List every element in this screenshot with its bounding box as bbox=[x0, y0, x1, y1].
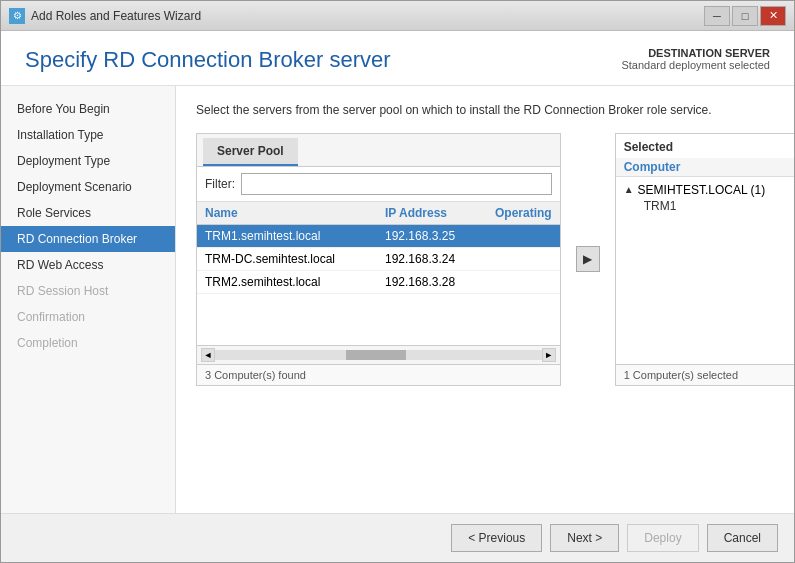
app-icon: ⚙ bbox=[9, 8, 25, 24]
destination-server-info: DESTINATION SERVER Standard deployment s… bbox=[621, 47, 770, 71]
filter-row: Filter: bbox=[197, 167, 560, 202]
maximize-button[interactable]: □ bbox=[732, 6, 758, 26]
tree-parent: ▲ SEMIHTEST.LOCAL (1) bbox=[624, 181, 794, 199]
title-bar-left: ⚙ Add Roles and Features Wizard bbox=[9, 8, 201, 24]
wizard-footer: < Previous Next > Deploy Cancel bbox=[1, 513, 794, 562]
row-os bbox=[495, 229, 552, 243]
table-row[interactable]: TRM2.semihtest.local 192.168.3.28 bbox=[197, 271, 560, 294]
panel-tab-bar: Server Pool bbox=[197, 134, 560, 167]
sidebar-item-before-you-begin[interactable]: Before You Begin bbox=[1, 96, 175, 122]
server-pool-panel: Server Pool Filter: Name IP Address Oper… bbox=[196, 133, 561, 386]
sidebar-item-rd-connection-broker[interactable]: RD Connection Broker bbox=[1, 226, 175, 252]
close-button[interactable]: ✕ bbox=[760, 6, 786, 26]
row-name: TRM-DC.semihtest.local bbox=[205, 252, 385, 266]
scroll-thumb bbox=[346, 350, 406, 360]
col-name: Name bbox=[205, 206, 385, 220]
content-area: Specify RD Connection Broker server DEST… bbox=[1, 31, 794, 513]
scroll-right-btn[interactable]: ► bbox=[542, 348, 556, 362]
selected-title: Selected bbox=[616, 134, 794, 158]
filter-label: Filter: bbox=[205, 177, 235, 191]
row-os bbox=[495, 275, 552, 289]
scroll-track[interactable] bbox=[215, 350, 542, 360]
filter-input[interactable] bbox=[241, 173, 552, 195]
table-row[interactable]: TRM-DC.semihtest.local 192.168.3.24 bbox=[197, 248, 560, 271]
sidebar-item-installation-type[interactable]: Installation Type bbox=[1, 122, 175, 148]
selected-panel: Selected Computer ▲ SEMIHTEST.LOCAL (1) … bbox=[615, 133, 794, 386]
sidebar-item-deployment-scenario[interactable]: Deployment Scenario bbox=[1, 174, 175, 200]
tree-child-item: TRM1 bbox=[624, 199, 794, 213]
server-pool-tab[interactable]: Server Pool bbox=[203, 138, 298, 166]
wizard-window: ⚙ Add Roles and Features Wizard ─ □ ✕ Sp… bbox=[0, 0, 795, 563]
table-body: TRM1.semihtest.local 192.168.3.25 TRM-DC… bbox=[197, 225, 560, 345]
title-bar-controls: ─ □ ✕ bbox=[704, 6, 786, 26]
col-os: Operating bbox=[495, 206, 552, 220]
page-title: Specify RD Connection Broker server bbox=[25, 47, 391, 73]
move-right-button[interactable]: ▶ bbox=[576, 246, 600, 272]
dest-server-label: DESTINATION SERVER bbox=[621, 47, 770, 59]
wizard-header: Specify RD Connection Broker server DEST… bbox=[1, 31, 794, 86]
row-os bbox=[495, 252, 552, 266]
tree-parent-label: SEMIHTEST.LOCAL (1) bbox=[638, 183, 766, 197]
row-ip: 192.168.3.24 bbox=[385, 252, 495, 266]
row-name: TRM2.semihtest.local bbox=[205, 275, 385, 289]
previous-button[interactable]: < Previous bbox=[451, 524, 542, 552]
scroll-left-btn[interactable]: ◄ bbox=[201, 348, 215, 362]
main-content: Select the servers from the server pool … bbox=[176, 86, 794, 513]
sidebar-item-rd-session-host: RD Session Host bbox=[1, 278, 175, 304]
scrollbar-area: ◄ ► bbox=[197, 345, 560, 364]
selected-column-header: Computer bbox=[616, 158, 794, 177]
col-ip: IP Address bbox=[385, 206, 495, 220]
description-text: Select the servers from the server pool … bbox=[196, 102, 774, 119]
tree-expand-icon[interactable]: ▲ bbox=[624, 184, 634, 195]
next-button[interactable]: Next > bbox=[550, 524, 619, 552]
sidebar-item-role-services[interactable]: Role Services bbox=[1, 200, 175, 226]
dest-server-value: Standard deployment selected bbox=[621, 59, 770, 71]
row-ip: 192.168.3.28 bbox=[385, 275, 495, 289]
panels-row: Server Pool Filter: Name IP Address Oper… bbox=[196, 133, 774, 386]
table-header: Name IP Address Operating bbox=[197, 202, 560, 225]
sidebar-item-rd-web-access[interactable]: RD Web Access bbox=[1, 252, 175, 278]
window-title: Add Roles and Features Wizard bbox=[31, 9, 201, 23]
row-ip: 192.168.3.25 bbox=[385, 229, 495, 243]
sidebar-item-confirmation: Confirmation bbox=[1, 304, 175, 330]
cancel-button[interactable]: Cancel bbox=[707, 524, 778, 552]
sidebar: Before You Begin Installation Type Deplo… bbox=[1, 86, 176, 513]
selected-footer: 1 Computer(s) selected bbox=[616, 364, 794, 385]
deploy-button: Deploy bbox=[627, 524, 698, 552]
sidebar-item-completion: Completion bbox=[1, 330, 175, 356]
middle-controls: ▶ bbox=[573, 133, 603, 386]
selected-body: ▲ SEMIHTEST.LOCAL (1) TRM1 bbox=[616, 177, 794, 364]
pool-footer: 3 Computer(s) found bbox=[197, 364, 560, 385]
table-row[interactable]: TRM1.semihtest.local 192.168.3.25 bbox=[197, 225, 560, 248]
minimize-button[interactable]: ─ bbox=[704, 6, 730, 26]
sidebar-item-deployment-type[interactable]: Deployment Type bbox=[1, 148, 175, 174]
title-bar: ⚙ Add Roles and Features Wizard ─ □ ✕ bbox=[1, 1, 794, 31]
row-name: TRM1.semihtest.local bbox=[205, 229, 385, 243]
main-body: Before You Begin Installation Type Deplo… bbox=[1, 86, 794, 513]
